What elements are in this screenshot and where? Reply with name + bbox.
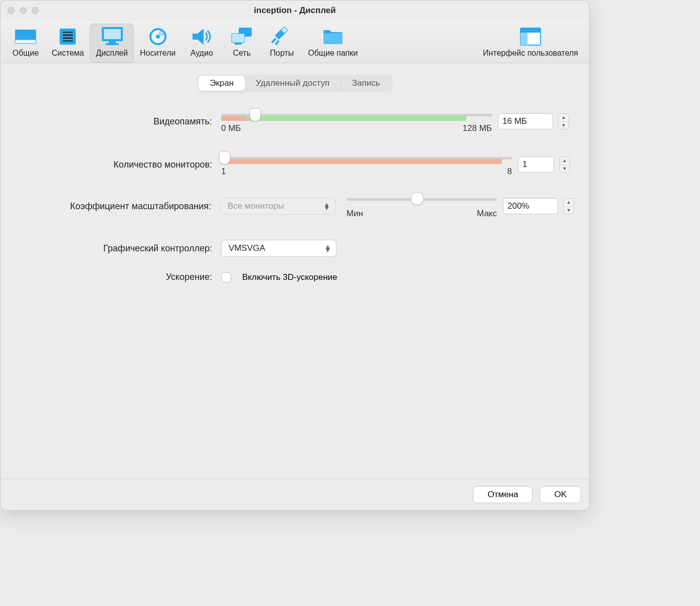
label-monitor-count: Количество мониторов: <box>16 160 221 170</box>
slider-min-label: 0 МБ <box>221 123 241 133</box>
select-scale-monitor[interactable]: Все мониторы ▲▼ <box>220 198 335 215</box>
slider-max-label: Макс <box>477 209 497 219</box>
folder-icon <box>321 27 345 47</box>
spinbox-value[interactable]: 16 МБ <box>498 114 553 129</box>
label-graphics-controller: Графический контроллер: <box>16 243 221 254</box>
toolbar-item-shared-folders[interactable]: Общие папки <box>302 24 364 63</box>
slider-min-label: 1 <box>221 167 226 177</box>
svg-point-13 <box>156 35 160 39</box>
svg-marker-15 <box>193 29 204 45</box>
toolbar-label: Аудио <box>191 49 213 58</box>
toolbar-item-ports[interactable]: Порты <box>262 24 302 63</box>
titlebar: inception - Дисплей <box>1 1 589 21</box>
checkbox-label: Включить 3D-ускорение <box>242 272 337 282</box>
select-graphics-controller[interactable]: VMSVGA ▲▼ <box>221 240 336 257</box>
audio-icon <box>190 27 214 47</box>
ui-icon <box>518 27 543 47</box>
label-scale-factor: Коэффициент масштабирования: <box>16 201 220 212</box>
stepper-monitor-count[interactable]: ▲ ▼ <box>559 157 570 173</box>
display-icon <box>100 27 124 47</box>
stepper-down-icon[interactable]: ▼ <box>559 122 569 129</box>
network-icon <box>230 27 254 47</box>
stepper-video-memory[interactable]: ▲ ▼ <box>558 113 569 129</box>
slider-monitor-count[interactable] <box>221 153 502 164</box>
toolbar-label: Общие <box>13 49 39 58</box>
toolbar-item-general[interactable]: Общие <box>6 24 46 63</box>
toolbar-label: Система <box>52 49 84 58</box>
svg-point-14 <box>159 31 163 35</box>
settings-toolbar: Общие Система Дисплей Носители <box>1 21 589 63</box>
dialog-footer: Отмена OK <box>1 479 589 510</box>
row-monitor-count: Количество мониторов: 1 8 1 <box>16 153 574 177</box>
spinbox-monitor-count[interactable]: 1 <box>518 157 554 173</box>
ok-button[interactable]: OK <box>540 486 581 503</box>
tab-recording[interactable]: Запись <box>340 76 391 91</box>
slider-thumb[interactable] <box>250 108 261 121</box>
tab-remote[interactable]: Удаленный доступ <box>245 76 340 91</box>
toolbar-item-storage[interactable]: Носители <box>134 24 182 63</box>
chevron-updown-icon: ▲▼ <box>323 203 330 210</box>
slider-max-label: 8 <box>507 167 512 177</box>
toolbar-label: Дисплей <box>96 49 128 58</box>
general-icon <box>14 27 38 47</box>
toolbar-item-user-interface[interactable]: Интерфейс пользователя <box>477 24 584 63</box>
svg-line-22 <box>276 41 279 45</box>
stepper-up-icon[interactable]: ▲ <box>560 157 570 165</box>
toolbar-item-system[interactable]: Система <box>46 24 90 63</box>
svg-rect-25 <box>520 28 541 33</box>
stepper-down-icon[interactable]: ▼ <box>560 165 570 173</box>
subtabs: Экран Удаленный доступ Запись <box>197 74 393 92</box>
svg-rect-8 <box>104 29 121 39</box>
stepper-up-icon[interactable]: ▲ <box>564 199 574 207</box>
toolbar-label: Сеть <box>233 49 251 58</box>
chevron-updown-icon: ▲▼ <box>324 245 331 252</box>
spinbox-scale-factor[interactable]: 200% <box>503 198 558 214</box>
stepper-up-icon[interactable]: ▲ <box>559 114 569 122</box>
svg-rect-26 <box>520 33 528 45</box>
svg-rect-9 <box>109 41 116 43</box>
svg-rect-1 <box>15 40 36 44</box>
settings-window: inception - Дисплей Общие Система Диспле… <box>0 0 590 511</box>
row-scale-factor: Коэффициент масштабирования: Все монитор… <box>16 194 574 219</box>
slider-thumb[interactable] <box>411 192 424 205</box>
svg-rect-10 <box>106 43 119 45</box>
slider-thumb[interactable] <box>219 152 230 165</box>
select-value: Все мониторы <box>228 201 318 211</box>
slider-min-label: Мин <box>346 209 363 219</box>
select-value: VMSVGA <box>229 243 319 253</box>
toolbar-label: Носители <box>140 49 176 58</box>
spinbox-video-memory[interactable]: 16 МБ <box>498 113 553 129</box>
content-area: Экран Удаленный доступ Запись Видеопамят… <box>1 63 589 479</box>
spinbox-value[interactable]: 1 <box>518 157 554 172</box>
toolbar-item-display[interactable]: Дисплей <box>90 24 134 63</box>
toolbar-item-audio[interactable]: Аудио <box>182 24 222 63</box>
toolbar-label: Порты <box>270 49 294 58</box>
row-graphics-controller: Графический контроллер: VMSVGA ▲▼ <box>16 240 574 257</box>
cancel-button[interactable]: Отмена <box>473 486 533 503</box>
toolbar-label: Интерфейс пользователя <box>483 49 578 58</box>
toolbar-item-network[interactable]: Сеть <box>222 24 262 63</box>
slider-max-label: 128 МБ <box>463 123 492 133</box>
svg-rect-23 <box>323 33 342 44</box>
toolbar-label: Общие папки <box>308 49 358 58</box>
label-video-memory: Видеопамять: <box>16 116 221 127</box>
svg-rect-17 <box>232 34 245 43</box>
window-title: inception - Дисплей <box>1 6 589 16</box>
slider-video-memory[interactable] <box>221 109 492 120</box>
spinbox-value[interactable]: 200% <box>503 199 558 214</box>
svg-line-21 <box>272 39 276 43</box>
ports-icon <box>270 27 294 47</box>
slider-scale-factor[interactable] <box>346 194 497 205</box>
stepper-scale-factor[interactable]: ▲ ▼ <box>563 198 574 214</box>
tab-screen[interactable]: Экран <box>199 76 245 91</box>
row-video-memory: Видеопамять: 0 МБ 128 МБ 16 МБ <box>16 109 574 133</box>
checkbox-3d-acceleration[interactable] <box>221 272 231 282</box>
label-acceleration: Ускорение: <box>16 272 221 282</box>
system-icon <box>56 27 80 47</box>
row-acceleration: Ускорение: Включить 3D-ускорение <box>16 272 574 282</box>
storage-icon <box>146 27 170 47</box>
stepper-down-icon[interactable]: ▼ <box>564 207 574 214</box>
svg-rect-18 <box>235 43 242 45</box>
